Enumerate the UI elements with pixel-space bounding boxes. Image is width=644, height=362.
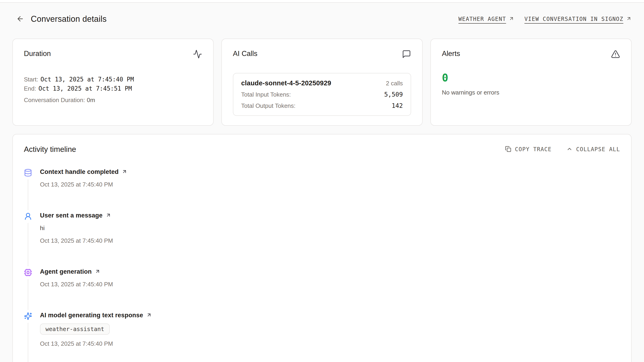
alerts-card-title: Alerts <box>442 49 460 58</box>
duration-start-row: Start:Oct 13, 2025 at 7:45:40 PM <box>24 75 202 84</box>
duration-end-row: End:Oct 13, 2025 at 7:45:51 PM <box>24 84 202 93</box>
database-icon <box>24 169 32 177</box>
event-link[interactable]: User sent a message <box>40 212 111 219</box>
timeline-event: Context handle completed Oct 13, 2025 at… <box>24 168 620 212</box>
event-timestamp: Oct 13, 2025 at 7:45:40 PM <box>40 181 113 188</box>
collapse-all-button[interactable]: COLLAPSE ALL <box>566 146 620 153</box>
copy-trace-button[interactable]: COPY TRACE <box>505 146 552 153</box>
event-link[interactable]: Agent generation <box>40 268 100 275</box>
event-link[interactable]: AI model generating text response <box>40 312 152 319</box>
agent-name-badge: weather-assistant <box>40 324 110 335</box>
end-value: Oct 13, 2025 at 7:45:51 PM <box>38 85 132 92</box>
input-tokens-value: 5,509 <box>384 91 403 98</box>
timeline-title: Activity timeline <box>24 145 76 154</box>
triangle-alert-icon <box>611 49 620 60</box>
conversation-duration-value: 0m <box>87 97 95 103</box>
event-link[interactable]: Context handle completed <box>40 168 127 176</box>
user-icon <box>24 212 32 220</box>
output-tokens-label: Total Output Tokens: <box>241 102 296 109</box>
conversation-duration-row: Conversation Duration:0m <box>24 95 202 105</box>
chevron-up-icon <box>566 146 572 153</box>
timeline-event: AI model generating text response weathe… <box>24 312 620 362</box>
arrow-up-right-icon <box>122 169 127 175</box>
message-square-icon <box>402 49 411 60</box>
start-value: Oct 13, 2025 at 7:45:40 PM <box>40 76 134 83</box>
timeline-events: Context handle completed Oct 13, 2025 at… <box>24 168 620 362</box>
model-name: claude-sonnet-4-5-20250929 <box>241 79 331 87</box>
event-message: hi <box>40 225 44 232</box>
model-usage-box: claude-sonnet-4-5-20250929 2 calls Total… <box>233 73 411 116</box>
copy-icon <box>505 146 511 153</box>
ai-calls-card-title: AI Calls <box>233 49 258 58</box>
event-timestamp: Oct 13, 2025 at 7:45:40 PM <box>40 340 113 347</box>
cpu-icon <box>24 268 32 277</box>
timeline-event: Agent generation Oct 13, 2025 at 7:45:40… <box>24 268 620 312</box>
duration-card: Duration Start:Oct 13, 2025 at 7:45:40 P… <box>12 38 214 126</box>
alerts-count: 0 <box>442 72 620 84</box>
sparkles-icon <box>24 312 32 320</box>
event-timestamp: Oct 13, 2025 at 7:45:40 PM <box>40 281 113 288</box>
arrow-up-right-icon <box>626 16 632 22</box>
arrow-left-icon <box>16 15 24 23</box>
timeline-event: User sent a message hi Oct 13, 2025 at 7… <box>24 212 620 268</box>
alerts-message: No warnings or errors <box>442 89 620 96</box>
stat-cards-row: Duration Start:Oct 13, 2025 at 7:45:40 P… <box>12 38 632 126</box>
duration-card-title: Duration <box>24 49 51 58</box>
activity-icon <box>193 49 202 60</box>
event-timestamp: Oct 13, 2025 at 7:45:40 PM <box>40 237 113 244</box>
model-call-count: 2 calls <box>386 80 403 87</box>
page-title: Conversation details <box>31 14 106 24</box>
arrow-up-right-icon <box>509 16 514 22</box>
view-conversation-in-signoz-link[interactable]: VIEW CONVERSATION IN SIGNOZ <box>524 16 632 22</box>
ai-calls-card: AI Calls claude-sonnet-4-5-20250929 2 ca… <box>222 38 422 126</box>
weather-agent-link[interactable]: WEATHER AGENT <box>458 16 514 22</box>
arrow-up-right-icon <box>146 312 152 318</box>
arrow-up-right-icon <box>106 212 111 219</box>
top-window-edge <box>0 0 644 3</box>
page-header: Conversation details WEATHER AGENT VIEW … <box>12 14 632 24</box>
arrow-up-right-icon <box>95 269 100 275</box>
input-tokens-label: Total Input Tokens: <box>241 91 291 98</box>
activity-timeline-card: Activity timeline COPY TRACE COLLAPSE AL… <box>12 134 632 362</box>
back-button[interactable] <box>16 14 25 24</box>
alerts-card: Alerts 0 No warnings or errors <box>430 38 632 126</box>
output-tokens-value: 142 <box>392 102 403 109</box>
